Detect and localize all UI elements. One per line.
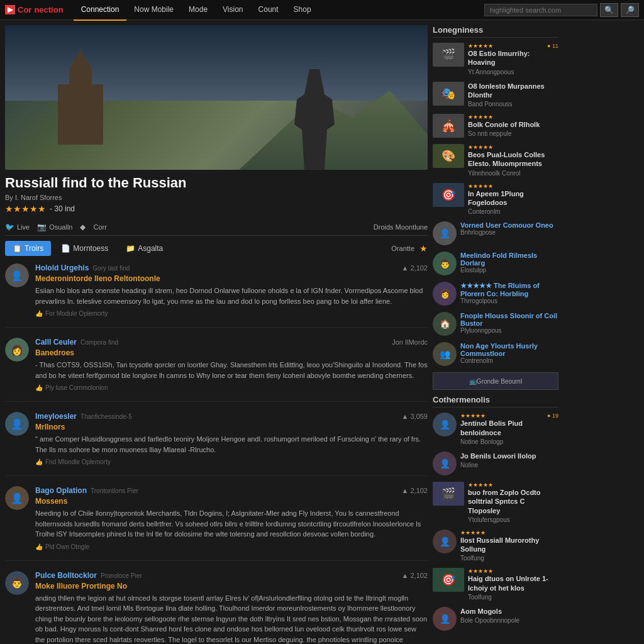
sidebar-thumb-1: 🎬 bbox=[433, 43, 464, 67]
list-item[interactable]: 🎭 O8 Ionlesto Murpannes Dlonthr Band Pon… bbox=[433, 82, 558, 108]
review-helpful-2[interactable]: 👍 Ply luse Commolonion bbox=[35, 384, 428, 391]
action-corr[interactable]: Corr bbox=[93, 223, 106, 231]
list-item[interactable]: 👤 ★★★★★ llost Russiall Murorothy Sollung… bbox=[433, 530, 558, 562]
create-link[interactable]: Orantte bbox=[391, 245, 414, 252]
review-header-4: Bago Oplation Trontontlons Pier ▲ 2,102 bbox=[35, 486, 428, 495]
reviewer-meta-5: Pronoloce Pier bbox=[101, 572, 142, 579]
nav-shop[interactable]: Shop bbox=[286, 0, 319, 21]
sidebar-stars-1: ★★★★★ bbox=[468, 43, 543, 49]
list-item[interactable]: 🏠 Fnople Hlouss Sloonir of Coil Bustor P… bbox=[433, 312, 558, 336]
list-item[interactable]: 👨 Meelindo Fold Rilmesls Dorlarg Elostul… bbox=[433, 252, 558, 275]
sidebar-bottom-sub-1: Notine Bonlogp bbox=[460, 438, 543, 445]
action-osualln[interactable]: 📷 Osualln bbox=[37, 223, 72, 231]
list-item[interactable]: 👤 Vorned User Comouor Oneo Bnhrlogpose bbox=[433, 221, 558, 245]
sidebar-bottom-title-4: llost Russiall Murorothy Sollung bbox=[460, 536, 558, 554]
tabs-row: 📋 Troirs 📄 Morntoess 📁 Asgalta Orantte ★ bbox=[5, 241, 428, 256]
sidebar-user-info-2: Meelindo Fold Rilmesls Dorlarg Elostulpp bbox=[460, 252, 558, 275]
helpful-text-2: Ply luse Commolonion bbox=[45, 384, 108, 391]
list-item[interactable]: 🎯 ★★★★★ Haig dtuos on Unlrote 1-lchoiy o… bbox=[433, 568, 558, 601]
list-item[interactable]: 👤 ★★★★★ Jentinol Bolis Piud benloidnoce … bbox=[433, 413, 558, 445]
tab-asgalta[interactable]: 📁 Asgalta bbox=[118, 241, 170, 256]
nav-mobile[interactable]: Now Mobile bbox=[126, 0, 181, 21]
favorite-icon[interactable]: ★ bbox=[419, 243, 428, 253]
live-icon: 🐦 bbox=[5, 223, 14, 231]
tab-morntoess[interactable]: 📄 Morntoess bbox=[53, 241, 116, 256]
tab-troirs-icon: 📋 bbox=[13, 244, 22, 253]
reviewer-meta-4: Trontontlons Pier bbox=[91, 487, 138, 494]
tab-morntoess-icon: 📄 bbox=[61, 244, 70, 253]
tab-asgalta-icon: 📁 bbox=[126, 244, 135, 253]
sidebar-bottom-thumb-3: 🎬 bbox=[433, 482, 464, 506]
tab-troirs-label: Troirs bbox=[25, 244, 43, 253]
search-input[interactable] bbox=[484, 4, 597, 16]
review-header-5: Pulce Bolltocklor Pronoloce Pier ▲ 2,102 bbox=[35, 571, 428, 580]
reviewer-name-3[interactable]: Imeyloesler bbox=[35, 412, 77, 421]
list-item[interactable]: 🎪 ★★★★★ Bolk Conole of Rlholk So nnti ne… bbox=[433, 114, 558, 138]
sidebar-movie-title-1: O8 Estio Ilmurrihy: Hoaving bbox=[468, 49, 543, 67]
sidebar-bottom-info-1: ★★★★★ Jentinol Bolis Piud benloidnoce No… bbox=[460, 413, 543, 445]
search-alt-button[interactable]: 🔎 bbox=[621, 3, 639, 17]
table-row: 👤 Bago Oplation Trontontlons Pier ▲ 2,10… bbox=[5, 486, 428, 561]
review-header-3: Imeyloesler Thanfichessinde-5 ▲ 3,059 bbox=[35, 412, 428, 421]
review-helpful-1[interactable]: 👍 For Module Oplemorty bbox=[35, 310, 428, 317]
review-title-5: Moke Illuore Prortinge No bbox=[35, 582, 428, 591]
content-wrapper: Russiall find to the Russian By I. Narof… bbox=[0, 20, 644, 644]
list-item[interactable]: 👤 Jo Benils Lowori Ilolop Noline bbox=[433, 452, 558, 475]
sidebar-movie-title-3: Bolk Conole of Rlholk bbox=[468, 120, 558, 129]
movie-rating-text: - 30 ind bbox=[50, 204, 75, 213]
sidebar-bottom-title: Cothermenolis bbox=[433, 395, 558, 408]
sidebar-user-avatar-1: 👤 bbox=[433, 221, 457, 245]
avatar-img-5: 👨 bbox=[5, 571, 29, 595]
review-content-2: Calll Ceuler Compora find Jon IlMordc Ba… bbox=[35, 338, 428, 391]
sidebar-movie-sub-5: Conteronlm bbox=[468, 208, 558, 215]
sidebar-bottom-thumb-5: 🎯 bbox=[433, 568, 464, 592]
sidebar-bottom-stars-1: ★★★★★ bbox=[460, 413, 543, 419]
review-body-3: " ame Comper Hlusidlonggness and farlled… bbox=[35, 434, 428, 455]
tab-troirs[interactable]: 📋 Troirs bbox=[5, 241, 51, 256]
nav-mode[interactable]: Mode bbox=[181, 0, 215, 21]
sidebar-bottom-sub-4: Toolfung bbox=[460, 555, 558, 562]
list-item[interactable]: 🎬 ★★★★★ buo from Zoplo Ocdto solttrial S… bbox=[433, 482, 558, 523]
sidebar-bottom-title-1: Jentinol Bolis Piud benloidnoce bbox=[460, 419, 543, 437]
list-item[interactable]: 🎬 ★★★★★ O8 Estio Ilmurrihy: Hoaving Yt A… bbox=[433, 43, 558, 75]
reviewer-name-5[interactable]: Pulce Bolltocklor bbox=[35, 571, 97, 580]
helpful-text-1: For Module Oplemorty bbox=[45, 310, 108, 317]
nav-count[interactable]: Count bbox=[251, 0, 286, 21]
sidebar-movie-sub-2: Band Ponnouss bbox=[468, 101, 558, 108]
logo-text: Cor bbox=[18, 5, 31, 14]
review-helpful-4[interactable]: 👍 Pld Own Otngle bbox=[35, 543, 428, 550]
reviews-list: 👤 Holold Urgehis Gory last find ▲ 2,102 … bbox=[5, 264, 428, 644]
action-bar: 🐦 Live 📷 Osualln ◆ Corr Droids Moontlune bbox=[5, 219, 428, 236]
sidebar-thumb-4: 🎨 bbox=[433, 144, 464, 168]
action-live[interactable]: 🐦 Live bbox=[5, 223, 30, 231]
reviewer-meta-2: Compora find bbox=[80, 339, 118, 346]
list-item[interactable]: 🎨 ★★★★★ Beos Pual-Luols Colles Elesto. M… bbox=[433, 144, 558, 177]
nav-vision[interactable]: Vision bbox=[215, 0, 250, 21]
reviewer-meta-1: Gory last find bbox=[92, 265, 130, 272]
tabs-actions: Orantte ★ bbox=[391, 243, 428, 253]
review-helpful-3[interactable]: 👍 Fnd Mlondle Oplemorty bbox=[35, 458, 428, 465]
list-item[interactable]: 🎯 ★★★★★ In Apeem 1Plung Fogelodoos Conte… bbox=[433, 183, 558, 216]
sidebar-user-title-3: ★★★★★ The Rluims of Plorern Co: Horbling bbox=[460, 282, 558, 297]
action-diamond[interactable]: ◆ bbox=[80, 223, 86, 231]
sidebar-user-info-1: Vorned User Comouor Oneo Bnhrlogpose bbox=[460, 221, 558, 245]
review-content-3: Imeyloesler Thanfichessinde-5 ▲ 3,059 Mr… bbox=[35, 412, 428, 465]
action-corr-label: Corr bbox=[93, 223, 106, 231]
logo[interactable]: ▶ Cornection bbox=[5, 5, 64, 14]
sidebar-user-title-2: Meelindo Fold Rilmesls Dorlarg bbox=[460, 252, 558, 267]
search-button[interactable]: 🔍 bbox=[600, 3, 618, 17]
list-item[interactable]: 👥 Non Age Ylourts Husrly Commustloor Con… bbox=[433, 342, 558, 366]
reviewer-name-2[interactable]: Calll Ceuler bbox=[35, 338, 77, 347]
list-item[interactable]: 👤 Aom Mogols Bole Opoobnnnopole bbox=[433, 607, 558, 631]
nav-connection[interactable]: Connection bbox=[74, 0, 127, 21]
sidebar-movie-title-5: In Apeem 1Plung Fogelodoos bbox=[468, 189, 558, 208]
review-title-3: Mrllnors bbox=[35, 423, 428, 431]
reviewer-name-1[interactable]: Holold Urgehis bbox=[35, 264, 89, 272]
list-item[interactable]: 👩 ★★★★★ The Rluims of Plorern Co: Horbli… bbox=[433, 282, 558, 306]
reviewer-name-4[interactable]: Bago Oplation bbox=[35, 486, 87, 495]
sidebar-user-info-5: Non Age Ylourts Husrly Commustloor Contr… bbox=[460, 342, 558, 366]
avatar: 👤 bbox=[5, 264, 29, 287]
review-body-2: - Thas COTS9, OSS1ISh, Tan tcysotle qorc… bbox=[35, 360, 428, 380]
table-row: 👤 Imeyloesler Thanfichessinde-5 ▲ 3,059 … bbox=[5, 412, 428, 476]
sidebar-user-info-3: ★★★★★ The Rluims of Plorern Co: Horbling… bbox=[460, 282, 558, 306]
